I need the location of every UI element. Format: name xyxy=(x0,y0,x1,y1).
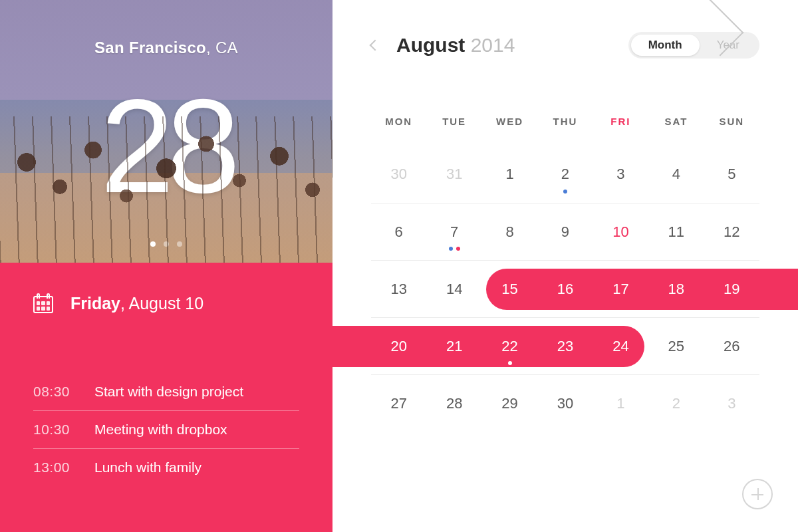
calendar-day[interactable]: 23 xyxy=(537,318,593,374)
event-dot-icon xyxy=(449,247,453,251)
calendar-day[interactable]: 8 xyxy=(482,203,537,260)
event-dot-icon xyxy=(563,190,567,194)
temperature-value: 28 xyxy=(100,80,232,213)
agenda-date-rest: , August 10 xyxy=(120,294,203,313)
calendar-day[interactable]: 22 xyxy=(482,318,537,374)
calendar-day[interactable]: 10 xyxy=(593,203,648,260)
event-list: 08:30 Start with design project 10:30 Me… xyxy=(33,373,299,486)
calendar-day[interactable]: 7 xyxy=(426,203,481,260)
calendar-day[interactable]: 28 xyxy=(426,375,481,432)
calendar-day[interactable]: 21 xyxy=(426,318,481,374)
calendar-day[interactable]: 16 xyxy=(537,261,593,317)
calendar-day[interactable]: 2 xyxy=(537,146,593,203)
event-title: Meeting with dropbox xyxy=(94,422,227,438)
calendar-week: 20212223242526 xyxy=(371,317,759,374)
event-dot-icon xyxy=(456,247,460,251)
pager-dot[interactable] xyxy=(150,241,156,247)
weekday: SAT xyxy=(648,116,704,127)
calendar-day[interactable]: 2 xyxy=(648,375,704,432)
calendar-week: 303112345 xyxy=(371,146,759,203)
calendar-day[interactable]: 3 xyxy=(593,146,648,203)
event-dots xyxy=(449,247,460,251)
calendar-day[interactable]: 6 xyxy=(371,203,426,260)
calendar-day[interactable]: 18 xyxy=(648,261,704,317)
event-time: 13:00 xyxy=(33,460,70,475)
month-year: 2014 xyxy=(471,34,515,56)
month-title: August 2014 xyxy=(396,34,515,57)
calendar-day[interactable]: 25 xyxy=(648,318,704,374)
calendar-day[interactable]: 11 xyxy=(648,203,704,260)
calendar-day[interactable]: 1 xyxy=(593,375,648,432)
left-panel: San Francisco, CA 28 Friday, August 10 0… xyxy=(0,0,332,532)
calendar-grid: 3031123456789101112131415161718192021222… xyxy=(371,146,759,432)
pager-dot[interactable] xyxy=(177,241,182,247)
event-item[interactable]: 13:00 Lunch with family xyxy=(33,449,299,486)
month-name: August xyxy=(396,34,465,56)
calendar-day[interactable]: 31 xyxy=(426,146,481,203)
calendar-day[interactable]: 5 xyxy=(704,146,759,203)
location-region: , CA xyxy=(206,39,238,57)
add-event-button[interactable] xyxy=(742,479,773,509)
location-city: San Francisco xyxy=(94,39,206,57)
calendar-day[interactable]: 24 xyxy=(593,318,648,374)
weather-hero: San Francisco, CA 28 xyxy=(0,0,332,263)
calendar-day[interactable]: 19 xyxy=(704,261,759,317)
calendar-day[interactable]: 9 xyxy=(537,203,593,260)
calendar-day[interactable]: 3 xyxy=(704,375,759,432)
agenda-date: Friday, August 10 xyxy=(70,294,203,313)
calendar-day[interactable]: 27 xyxy=(371,375,426,432)
weekday: TUE xyxy=(426,116,481,127)
calendar-day[interactable]: 1 xyxy=(482,146,537,203)
calendar-icon xyxy=(33,293,53,313)
prev-month-button[interactable] xyxy=(370,40,381,51)
calendar-week: 13141516171819 xyxy=(371,260,759,317)
calendar-day[interactable]: 30 xyxy=(371,146,426,203)
hero-pager[interactable] xyxy=(0,241,332,247)
temperature: 28 xyxy=(0,80,332,213)
weekday: THU xyxy=(537,116,593,127)
weekday-header: MON TUE WED THU FRI SAT SUN xyxy=(371,116,759,146)
month-nav: August 2014 xyxy=(371,34,515,57)
calendar-day[interactable]: 15 xyxy=(482,261,537,317)
calendar-week: 6789101112 xyxy=(371,203,759,260)
calendar-day[interactable]: 14 xyxy=(426,261,481,317)
event-item[interactable]: 08:30 Start with design project xyxy=(33,373,299,411)
calendar-day[interactable]: 26 xyxy=(704,318,759,374)
calendar-day[interactable]: 4 xyxy=(648,146,704,203)
event-dots xyxy=(563,190,567,194)
calendar-week: 27282930123 xyxy=(371,374,759,432)
agenda-header: Friday, August 10 xyxy=(33,293,299,313)
event-dot-icon xyxy=(508,361,512,365)
event-dots xyxy=(508,361,512,365)
view-month[interactable]: Month xyxy=(631,35,700,56)
calendar-day[interactable]: 13 xyxy=(371,261,426,317)
weekday: MON xyxy=(371,116,426,127)
calendar-header: August 2014 Month Year xyxy=(371,32,759,59)
event-title: Lunch with family xyxy=(94,460,201,475)
calendar-day[interactable]: 30 xyxy=(537,375,593,432)
location-label: San Francisco, CA xyxy=(0,39,332,57)
calendar-day[interactable]: 12 xyxy=(704,203,759,260)
event-time: 10:30 xyxy=(33,422,70,438)
agenda-panel: Friday, August 10 08:30 Start with desig… xyxy=(0,263,332,532)
agenda-dow: Friday xyxy=(70,294,120,313)
calendar-day[interactable]: 20 xyxy=(371,318,426,374)
weekday: FRI xyxy=(593,116,648,127)
weekday: WED xyxy=(482,116,537,127)
calendar-day[interactable]: 17 xyxy=(593,261,648,317)
event-title: Start with design project xyxy=(94,384,243,400)
pager-dot[interactable] xyxy=(164,241,169,247)
calendar-day[interactable]: 29 xyxy=(482,375,537,432)
calendar-panel: August 2014 Month Year MON TUE WED THU F… xyxy=(332,0,798,532)
weekday: SUN xyxy=(704,116,759,127)
event-time: 08:30 xyxy=(33,384,70,400)
event-item[interactable]: 10:30 Meeting with dropbox xyxy=(33,411,299,449)
